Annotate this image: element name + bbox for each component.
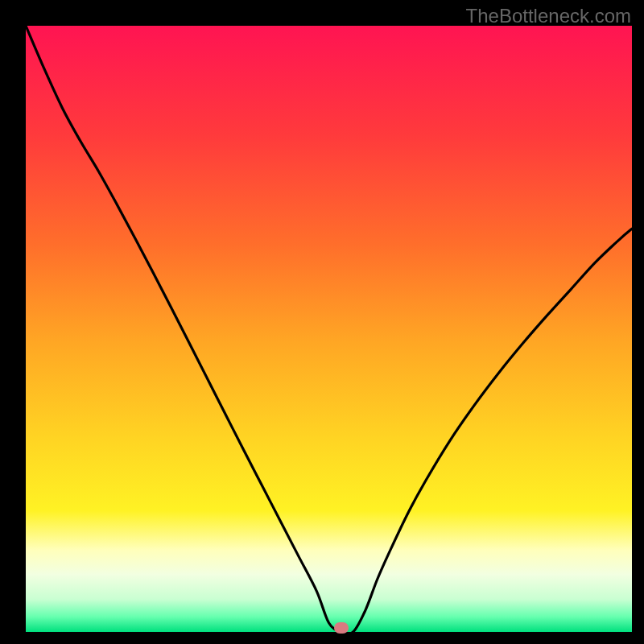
chart-container: TheBottleneck.com (0, 0, 644, 644)
line-plot (26, 26, 632, 632)
optimal-point-marker (334, 622, 349, 634)
attribution-text: TheBottleneck.com (466, 5, 631, 27)
bottleneck-curve (26, 26, 632, 632)
